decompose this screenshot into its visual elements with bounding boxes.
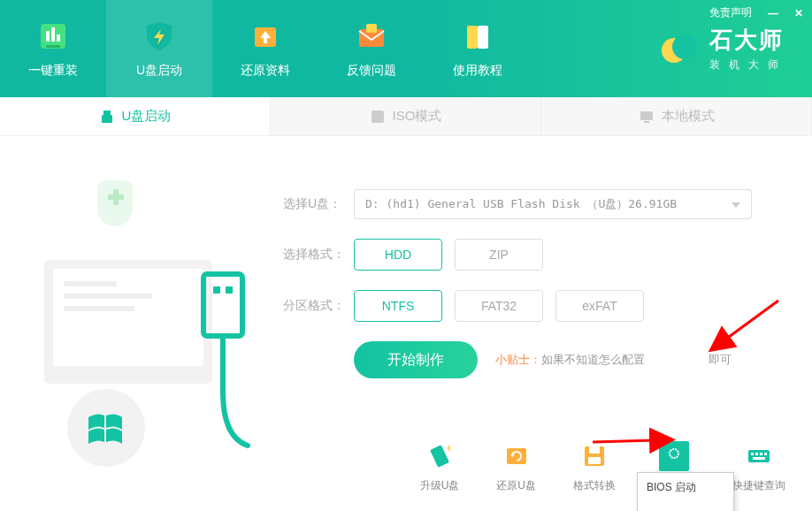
svg-rect-4 — [46, 45, 60, 48]
monitor-spin-icon — [659, 441, 689, 471]
format-option-zip[interactable]: ZIP — [455, 239, 543, 271]
save-icon — [579, 441, 609, 471]
menu-bios-boot[interactable]: BIOS 启动 — [638, 473, 733, 502]
svg-rect-16 — [644, 121, 649, 123]
svg-rect-39 — [753, 457, 765, 460]
svg-rect-24 — [213, 286, 220, 294]
svg-rect-34 — [748, 450, 770, 462]
usb-drive-dropdown[interactable]: D: (hd1) General USB Flash Disk （U盘）26.9… — [354, 189, 752, 219]
dropdown-value: D: (hd1) General USB Flash Disk （U盘）26.9… — [365, 196, 677, 212]
start-button[interactable]: 开始制作 — [354, 341, 478, 378]
nav-label: 反馈问题 — [347, 63, 396, 79]
nav-label: 使用教程 — [453, 63, 502, 79]
svg-rect-38 — [764, 453, 767, 455]
subtab-label: 本地模式 — [662, 108, 715, 125]
app-header: 免责声明 — ✕ 一键重装 U盘启动 还原资料 反馈问题 使用教程 — [0, 0, 812, 97]
partition-option-fat32[interactable]: FAT32 — [455, 290, 543, 322]
svg-rect-15 — [640, 111, 653, 120]
nav-feedback[interactable]: 反馈问题 — [318, 0, 425, 97]
restore-icon — [502, 441, 532, 471]
nav-label: 还原资料 — [241, 63, 290, 79]
subtabs: U盘启动 ISO模式 本地模式 — [0, 97, 812, 136]
svg-rect-9 — [478, 26, 488, 49]
menu-uefi-x32[interactable]: UEFI 模拟(x32) — [638, 502, 733, 511]
svg-rect-3 — [57, 34, 60, 42]
disclaimer-link[interactable]: 免责声明 — [709, 5, 752, 20]
label-select-format: 选择格式： — [283, 247, 354, 263]
logo-icon — [660, 29, 699, 68]
usb-illustration — [27, 172, 257, 472]
svg-point-11 — [672, 34, 697, 59]
tool-label: 升级U盘 — [420, 478, 460, 493]
svg-rect-35 — [751, 453, 754, 455]
svg-rect-37 — [760, 453, 762, 455]
tool-format-convert[interactable]: 格式转换 — [573, 441, 616, 493]
svg-rect-2 — [51, 27, 55, 42]
monitor-icon — [639, 109, 655, 125]
mail-icon — [354, 19, 389, 54]
usb-up-icon — [425, 441, 455, 471]
subtab-iso[interactable]: ISO模式 — [271, 97, 541, 135]
nav-reinstall[interactable]: 一键重装 — [0, 0, 106, 97]
usb-icon — [99, 109, 115, 125]
iso-icon — [370, 109, 386, 125]
nav-label: 一键重装 — [28, 63, 78, 79]
nav-usb-boot[interactable]: U盘启动 — [106, 0, 212, 97]
tool-upgrade-usb[interactable]: 升级U盘 — [420, 441, 460, 493]
svg-rect-19 — [64, 281, 117, 286]
svg-rect-1 — [46, 31, 50, 42]
subtab-usb-boot[interactable]: U盘启动 — [0, 97, 271, 135]
svg-rect-36 — [755, 453, 758, 455]
svg-rect-33 — [670, 462, 678, 464]
svg-rect-7 — [366, 24, 377, 33]
svg-rect-25 — [226, 286, 233, 294]
titlebar: 免责声明 — ✕ — [709, 5, 803, 20]
svg-rect-30 — [588, 457, 601, 464]
nav-tutorial[interactable]: 使用教程 — [425, 0, 531, 97]
tool-label: 快捷键查询 — [732, 478, 785, 493]
subtab-label: U盘启动 — [122, 108, 172, 125]
subtab-local[interactable]: 本地模式 — [541, 97, 812, 135]
tool-restore-usb[interactable]: 还原U盘 — [496, 441, 536, 493]
svg-rect-21 — [64, 306, 134, 311]
upload-box-icon — [248, 19, 283, 54]
svg-rect-26 — [430, 445, 449, 468]
tool-label: 还原U盘 — [496, 478, 536, 493]
label-partition-format: 分区格式： — [283, 298, 354, 314]
tool-label: 格式转换 — [573, 478, 616, 493]
svg-rect-27 — [507, 448, 526, 464]
simulate-boot-menu: BIOS 启动 UEFI 模拟(x32) UEFI 模拟(x64) — [637, 472, 734, 511]
brand-subtitle: 装机大师 — [709, 57, 787, 72]
svg-rect-8 — [467, 26, 478, 49]
minimize-button[interactable]: — — [768, 7, 778, 19]
close-button[interactable]: ✕ — [794, 7, 803, 19]
nav-restore[interactable]: 还原资料 — [212, 0, 318, 97]
brand-title: 石大师 — [709, 25, 787, 56]
svg-rect-14 — [372, 111, 384, 123]
shield-bolt-icon — [142, 19, 177, 54]
nav-label: U盘启动 — [136, 63, 182, 79]
form-area: 选择U盘： D: (hd1) General USB Flash Disk （U… — [283, 189, 777, 378]
bar-chart-icon — [35, 19, 71, 54]
svg-rect-20 — [64, 294, 152, 299]
book-icon — [460, 19, 495, 54]
partition-option-ntfs[interactable]: NTFS — [354, 290, 442, 322]
tip-label: 小贴士： — [495, 353, 541, 366]
keyboard-icon — [744, 441, 774, 471]
tool-shortcut-query[interactable]: 快捷键查询 — [732, 441, 785, 493]
svg-rect-12 — [103, 111, 111, 115]
main-content: 选择U盘： D: (hd1) General USB Flash Disk （U… — [0, 136, 812, 511]
format-option-hdd[interactable]: HDD — [354, 239, 442, 271]
svg-rect-13 — [102, 115, 112, 123]
tip-text: 小贴士：如果不知道怎么配置 即可 — [495, 352, 732, 368]
svg-rect-29 — [589, 446, 600, 454]
subtab-label: ISO模式 — [393, 108, 442, 125]
partition-option-exfat[interactable]: exFAT — [555, 290, 644, 322]
label-select-u: 选择U盘： — [283, 196, 354, 212]
